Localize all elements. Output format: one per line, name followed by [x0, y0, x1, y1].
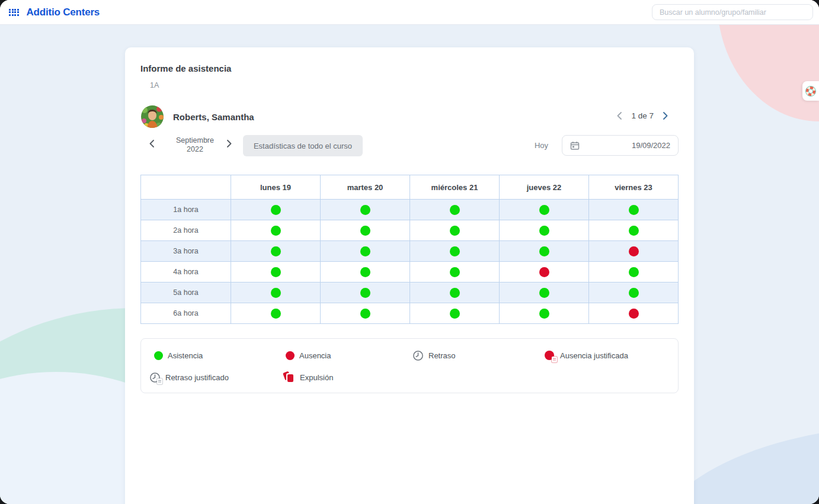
- table-row: 6a hora: [141, 303, 679, 324]
- hour-label: 2a hora: [141, 220, 231, 241]
- attendance-cell: [410, 283, 500, 303]
- attendance-dot: [271, 246, 281, 256]
- attendance-cell: [231, 220, 321, 241]
- attendance-dot: [629, 246, 639, 256]
- expulsion-cards-icon: [283, 371, 295, 383]
- group-label: 1A: [150, 81, 159, 89]
- hour-label: 1a hora: [141, 200, 231, 220]
- help-button[interactable]: [802, 81, 819, 101]
- attendance-dot: [271, 288, 281, 298]
- date-value: 19/09/2022: [632, 141, 670, 150]
- attendance-cell: [321, 220, 410, 241]
- attendance-cell: [500, 200, 589, 220]
- attendance-dot: [360, 309, 370, 319]
- hour-label: 6a hora: [141, 303, 231, 324]
- attendance-cell: [231, 241, 321, 262]
- month-next-icon[interactable]: [227, 140, 232, 147]
- today-label[interactable]: Hoy: [535, 141, 548, 150]
- attendance-cell: [410, 200, 500, 220]
- apps-grid-icon[interactable]: [9, 9, 19, 16]
- attendance-dot: [271, 309, 281, 319]
- hour-label: 4a hora: [141, 262, 231, 283]
- pager-prev-icon[interactable]: [617, 112, 622, 120]
- day-header: martes 20: [321, 175, 410, 200]
- attendance-dot: [629, 205, 639, 215]
- attendance-dot: [539, 205, 549, 215]
- attendance-dot: [360, 205, 370, 215]
- app-screen: Additio Centers Informe de asistencia 1A…: [0, 0, 819, 504]
- table-row: 2a hora: [141, 220, 679, 241]
- attendance-dot: [629, 309, 639, 319]
- attendance-cell: [589, 200, 679, 220]
- legend-item-ausencia-justificada: Ausencia justificada: [544, 349, 628, 362]
- legend-item-ausencia: Ausencia: [286, 349, 331, 362]
- attendance-dot: [450, 246, 460, 256]
- corner-cell: [141, 175, 231, 200]
- student-avatar: [141, 105, 164, 128]
- attendance-cell: [589, 303, 679, 324]
- attendance-cell: [231, 283, 321, 303]
- attendance-cell: [500, 303, 589, 324]
- pager-next-icon[interactable]: [663, 112, 668, 120]
- attendance-cell: [410, 241, 500, 262]
- attendance-dot: [360, 246, 370, 256]
- absent-justified-icon: [544, 350, 555, 361]
- attendance-dot: [450, 267, 460, 277]
- student-name: Roberts, Samantha: [173, 112, 254, 122]
- late-justified-icon: [149, 372, 161, 383]
- attendance-dot: [450, 309, 460, 319]
- attendance-cell: [321, 241, 410, 262]
- attendance-dot: [271, 205, 281, 215]
- absent-dot-icon: [286, 351, 295, 360]
- attendance-legend: Asistencia Ausencia Retraso: [140, 338, 679, 393]
- attendance-cell: [321, 303, 410, 324]
- brand-logo: Additio Centers: [27, 7, 100, 18]
- attendance-cell: [589, 220, 679, 241]
- attendance-cell: [231, 200, 321, 220]
- attendance-dot: [271, 226, 281, 236]
- attendance-dot: [271, 267, 281, 277]
- attendance-cell: [321, 200, 410, 220]
- attendance-cell: [410, 262, 500, 283]
- page-title: Informe de asistencia: [140, 63, 231, 73]
- table-header-row: lunes 19 martes 20 miércoles 21 jueves 2…: [141, 175, 679, 200]
- day-header: jueves 22: [500, 175, 589, 200]
- day-header: miércoles 21: [410, 175, 500, 200]
- attendance-table: lunes 19 martes 20 miércoles 21 jueves 2…: [140, 175, 679, 324]
- attendance-report-card: Informe de asistencia 1A Roberts, Samant…: [125, 47, 694, 504]
- attendance-dot: [360, 226, 370, 236]
- attendance-cell: [500, 241, 589, 262]
- attendance-cell: [321, 262, 410, 283]
- late-clock-icon: [412, 350, 424, 361]
- month-year: 2022: [165, 145, 225, 154]
- month-selector[interactable]: Septiembre 2022: [165, 136, 225, 154]
- attendance-dot: [450, 205, 460, 215]
- attendance-dot: [539, 226, 549, 236]
- hour-label: 3a hora: [141, 241, 231, 262]
- attendance-cell: [589, 262, 679, 283]
- lifebuoy-icon: [805, 86, 816, 97]
- table-row: 4a hora: [141, 262, 679, 283]
- attendance-dot: [539, 309, 549, 319]
- course-stats-button[interactable]: Estadísticas de todo el curso: [243, 135, 363, 156]
- table-row: 3a hora: [141, 241, 679, 262]
- attendance-cell: [589, 241, 679, 262]
- search-input[interactable]: [652, 4, 813, 20]
- present-dot-icon: [154, 351, 163, 360]
- pager-position: 1 de 7: [631, 111, 654, 120]
- legend-item-asistencia: Asistencia: [154, 349, 203, 362]
- date-picker[interactable]: 19/09/2022: [562, 135, 679, 156]
- attendance-dot: [360, 267, 370, 277]
- top-bar: Additio Centers: [0, 0, 819, 25]
- legend-item-retraso-justificado: Retraso justificado: [149, 371, 229, 384]
- attendance-cell: [231, 262, 321, 283]
- attendance-dot: [450, 226, 460, 236]
- attendance-dot: [450, 288, 460, 298]
- legend-item-expulsion: Expulsión: [283, 371, 333, 384]
- table-row: 1a hora: [141, 200, 679, 220]
- hour-label: 5a hora: [141, 283, 231, 303]
- day-header: lunes 19: [231, 175, 321, 200]
- month-prev-icon[interactable]: [149, 140, 154, 147]
- attendance-dot: [539, 267, 549, 277]
- attendance-dot: [539, 246, 549, 256]
